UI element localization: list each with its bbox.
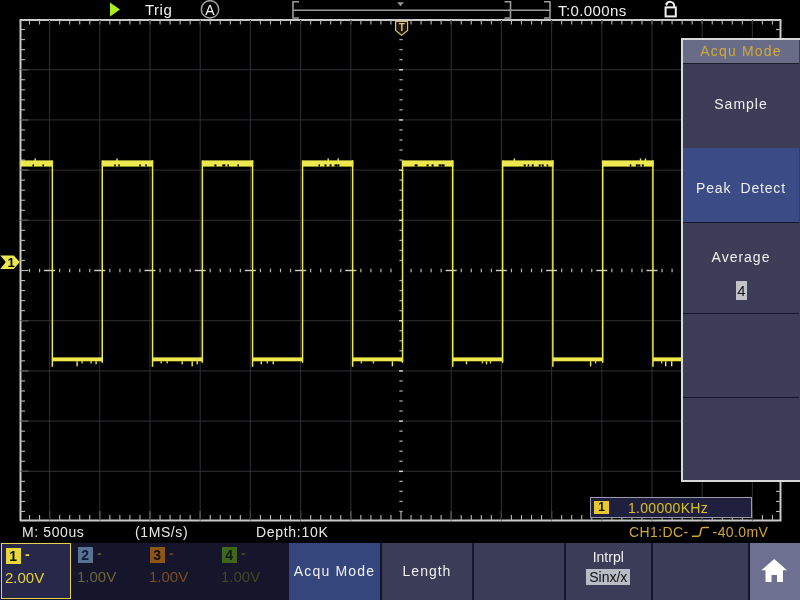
svg-text:1: 1 <box>8 255 15 270</box>
svg-text:A: A <box>205 2 215 18</box>
svg-text:T: T <box>399 22 405 33</box>
